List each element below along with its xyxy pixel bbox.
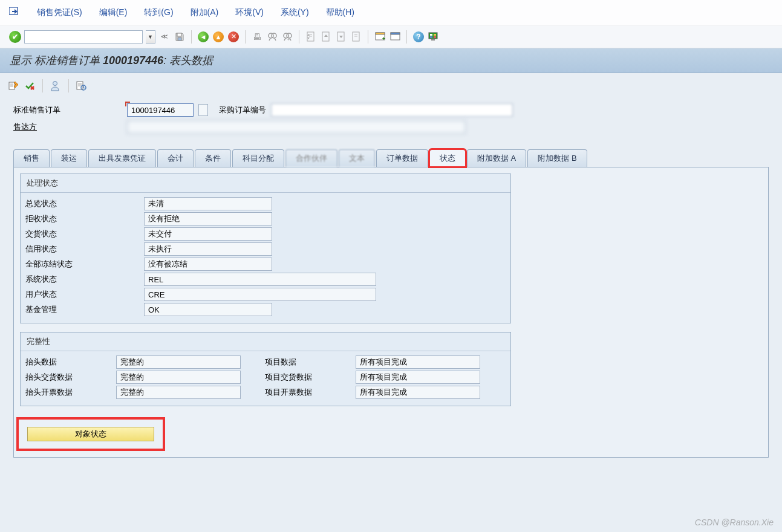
status-label: 用户状态 bbox=[25, 289, 144, 300]
next-page-icon[interactable] bbox=[335, 31, 347, 43]
object-status-button[interactable]: 对象状态 bbox=[27, 427, 154, 441]
command-field[interactable] bbox=[24, 30, 143, 44]
menu-help[interactable]: 帮助(H) bbox=[326, 7, 354, 18]
completeness-row: 抬头交货数据 bbox=[25, 371, 241, 384]
new-session-icon[interactable]: + bbox=[374, 31, 386, 43]
menu-environment[interactable]: 环境(V) bbox=[235, 7, 264, 18]
system-toolbar: ✔ ▼ ≪ ◄ ▲ ✕ 🖶 + + ? bbox=[0, 25, 782, 48]
tab-0[interactable]: 销售 bbox=[13, 149, 50, 167]
watermark-text: CSDN @Ranson.Xie bbox=[695, 517, 774, 527]
exit-icon[interactable]: ▲ bbox=[212, 31, 224, 43]
status-value bbox=[144, 273, 376, 286]
status-value bbox=[144, 227, 272, 241]
svg-point-4 bbox=[272, 33, 276, 38]
tab-8[interactable]: 订单数据 bbox=[376, 149, 428, 167]
order-search-help-icon[interactable] bbox=[198, 104, 208, 116]
tab-10[interactable]: 附加数据 A bbox=[467, 149, 526, 167]
status-row: 总览状态 bbox=[25, 197, 506, 210]
soldto-input[interactable] bbox=[127, 120, 466, 134]
svg-rect-23 bbox=[9, 82, 15, 89]
back-icon[interactable]: ◄ bbox=[197, 31, 209, 43]
group-completeness: 完整性 抬头数据抬头交货数据抬头开票数据 项目数据项目交货数据项目开票数据 bbox=[20, 332, 511, 406]
po-number-input[interactable] bbox=[271, 103, 513, 117]
prev-page-icon[interactable] bbox=[320, 31, 332, 43]
status-value bbox=[144, 288, 376, 301]
tab-5[interactable]: 科目分配 bbox=[232, 149, 284, 167]
status-value bbox=[144, 197, 272, 210]
save-icon[interactable] bbox=[174, 31, 186, 43]
help-icon[interactable]: ? bbox=[412, 31, 425, 43]
find-icon[interactable] bbox=[266, 31, 278, 43]
svg-rect-18 bbox=[430, 34, 432, 36]
partner-icon[interactable] bbox=[50, 80, 61, 91]
shortcut-icon[interactable] bbox=[389, 31, 401, 43]
print-icon[interactable]: 🖶 bbox=[251, 31, 263, 43]
po-label: 采购订单编号 bbox=[219, 105, 266, 115]
svg-rect-19 bbox=[434, 34, 436, 36]
double-left-icon[interactable]: ≪ bbox=[158, 31, 171, 43]
first-page-icon[interactable] bbox=[305, 31, 317, 43]
separator bbox=[68, 79, 69, 92]
soldto-row: 售达方 bbox=[13, 120, 769, 134]
completeness-row: 抬头开票数据 bbox=[25, 386, 241, 399]
completeness-label: 抬头开票数据 bbox=[25, 387, 116, 398]
status-label: 系统状态 bbox=[25, 274, 144, 285]
title-number: 1000197446 bbox=[103, 54, 163, 66]
page-title: 显示 标准销售订单 1000197446: 表头数据 bbox=[0, 48, 782, 73]
status-label: 信用状态 bbox=[25, 244, 144, 255]
tab-strip: 销售装运出具发票凭证会计条件科目分配合作伙伴文本订单数据状态附加数据 A附加数据… bbox=[0, 149, 782, 167]
status-row: 系统状态 bbox=[25, 273, 506, 286]
completeness-value bbox=[356, 371, 480, 384]
separator bbox=[42, 79, 43, 92]
app-toolbar bbox=[0, 73, 782, 99]
title-prefix: 显示 标准销售订单 bbox=[10, 54, 103, 66]
menu-system[interactable]: 系统(Y) bbox=[281, 7, 309, 18]
menu-sales-doc[interactable]: 销售凭证(S) bbox=[37, 7, 82, 18]
menu-edit[interactable]: 编辑(E) bbox=[99, 7, 128, 18]
status-row: 用户状态 bbox=[25, 288, 506, 301]
completeness-value bbox=[356, 355, 480, 369]
tab-11[interactable]: 附加数据 B bbox=[527, 149, 587, 167]
completeness-value bbox=[116, 371, 241, 384]
order-number-input[interactable] bbox=[127, 103, 194, 117]
menu-bar: 销售凭证(S) 编辑(E) 转到(G) 附加(A) 环境(V) 系统(Y) 帮助… bbox=[0, 0, 782, 25]
tab-1[interactable]: 装运 bbox=[51, 149, 87, 167]
tab-3[interactable]: 会计 bbox=[157, 149, 194, 167]
tab-9[interactable]: 状态 bbox=[429, 149, 466, 167]
tab-6[interactable]: 合作伙伴 bbox=[285, 149, 337, 167]
status-label: 总览状态 bbox=[25, 198, 144, 209]
tab-4[interactable]: 条件 bbox=[195, 149, 231, 167]
completeness-row: 项目开票数据 bbox=[265, 386, 480, 399]
header-detail-icon[interactable] bbox=[76, 80, 87, 91]
svg-point-24 bbox=[53, 82, 57, 86]
status-label: 基金管理 bbox=[25, 304, 144, 315]
enter-icon[interactable]: ✔ bbox=[9, 31, 21, 43]
tab-content-status: 处理状态 总览状态拒收状态交货状态信用状态全部冻结状态系统状态用户状态基金管理 … bbox=[13, 167, 769, 458]
completeness-value bbox=[116, 355, 241, 369]
separator bbox=[245, 30, 246, 44]
layout-icon[interactable] bbox=[428, 31, 440, 43]
header-fields: 标准销售订单 采购订单编号 售达方 bbox=[0, 99, 782, 146]
status-label: 交货状态 bbox=[25, 229, 144, 239]
menu-goto[interactable]: 转到(G) bbox=[144, 7, 173, 18]
command-dropdown-icon[interactable]: ▼ bbox=[146, 30, 155, 44]
object-status-highlight: 对象状态 bbox=[16, 417, 165, 451]
tab-2[interactable]: 出具发票凭证 bbox=[88, 149, 156, 167]
tab-7[interactable]: 文本 bbox=[339, 149, 375, 167]
group-title-completeness: 完整性 bbox=[21, 332, 510, 351]
cancel-icon[interactable]: ✕ bbox=[227, 31, 239, 43]
reject-icon[interactable] bbox=[24, 80, 35, 91]
completeness-label: 项目数据 bbox=[265, 357, 356, 368]
status-value bbox=[144, 212, 272, 225]
find-next-icon[interactable]: + bbox=[281, 31, 293, 43]
order-label: 标准销售订单 bbox=[13, 105, 122, 115]
svg-rect-13 bbox=[376, 33, 385, 34]
completeness-row: 抬头数据 bbox=[25, 355, 241, 369]
last-page-icon[interactable] bbox=[350, 31, 362, 43]
display-change-icon[interactable] bbox=[8, 80, 19, 91]
order-row: 标准销售订单 采购订单编号 bbox=[13, 103, 769, 117]
menu-overflow-icon[interactable] bbox=[9, 7, 20, 18]
completeness-label: 抬头交货数据 bbox=[25, 372, 116, 383]
svg-rect-16 bbox=[391, 33, 400, 34]
menu-extras[interactable]: 附加(A) bbox=[191, 7, 219, 18]
